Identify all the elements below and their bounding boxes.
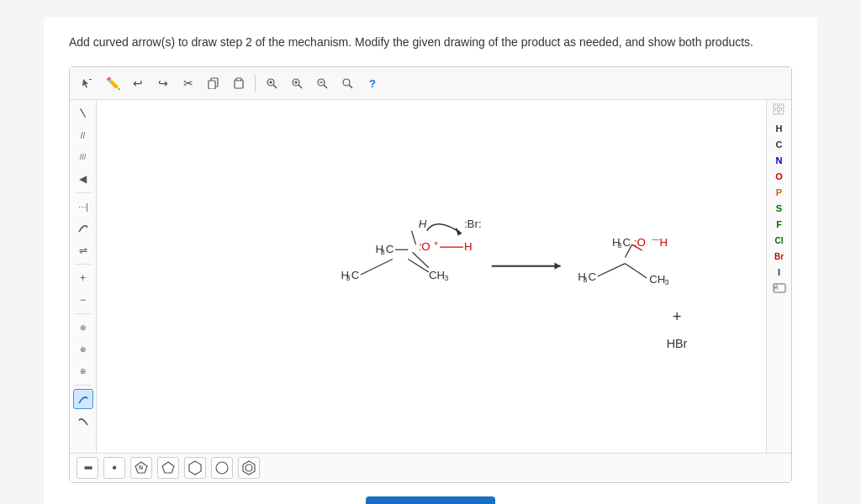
canvas-area[interactable]: H :O + H H 3 C — [97, 100, 766, 453]
select-tool-btn[interactable] — [77, 72, 98, 94]
editor-wrapper: ✏️ ↩ ↪ ✂ ? — [69, 66, 792, 483]
minus-charge-tool[interactable]: − — [73, 290, 93, 310]
svg-rect-4 — [236, 78, 241, 81]
zoom-in-btn[interactable] — [286, 72, 308, 94]
charge-2-tool[interactable]: ⊕ — [73, 339, 93, 360]
svg-marker-58 — [456, 228, 462, 236]
svg-rect-0 — [89, 79, 92, 80]
svg-rect-62 — [779, 104, 784, 108]
element-C-btn[interactable]: C — [769, 137, 790, 152]
zoom-out-btn[interactable] — [311, 72, 333, 94]
dot-tool-btn[interactable]: • — [103, 457, 125, 479]
paste-btn[interactable] — [228, 72, 250, 94]
toolbar: ✏️ ↩ ↪ ✂ ? — [70, 67, 791, 100]
element-S-btn[interactable]: S — [769, 201, 790, 216]
copy-btn[interactable] — [203, 72, 224, 94]
element-H-btn[interactable]: H — [769, 121, 790, 136]
circle-btn[interactable] — [211, 457, 233, 479]
svg-point-72 — [216, 462, 228, 474]
resonance-arrow-tool[interactable]: ⇌ — [73, 240, 93, 260]
plus-charge-tool[interactable]: + — [73, 268, 93, 288]
svg-rect-64 — [779, 110, 784, 114]
tool-sep4 — [75, 385, 92, 386]
element-I-btn[interactable]: I — [769, 265, 790, 280]
element-F-btn[interactable]: F — [769, 217, 790, 232]
svg-line-36 — [408, 260, 429, 272]
svg-rect-63 — [774, 110, 778, 114]
right-elements-panel: H C N O P S F Cl Br I [ ] — [766, 100, 791, 453]
toolbar-sep1 — [255, 75, 256, 92]
svg-text:H: H — [464, 240, 473, 253]
svg-text:+: + — [673, 307, 682, 325]
left-tools-panel: / // /// ◀ ⋯| ⇌ + − ⊕ ⊕ ⊕ — [70, 100, 97, 453]
svg-text:..: .. — [420, 239, 425, 246]
svg-marker-40 — [554, 263, 560, 270]
hexagon-btn[interactable] — [184, 457, 206, 479]
chemistry-canvas: H :O + H H 3 C — [97, 100, 766, 453]
pentagon-btn[interactable] — [157, 457, 179, 479]
tool-sep3 — [75, 313, 92, 314]
svg-line-17 — [349, 85, 352, 88]
double-arrow-tool[interactable]: // — [73, 125, 93, 145]
svg-line-14 — [324, 85, 327, 88]
save-close-button[interactable]: Save and Close — [366, 496, 495, 504]
element-O-btn[interactable]: O — [769, 169, 790, 184]
cyclopentane-n-btn[interactable]: N — [130, 457, 152, 479]
svg-text:3: 3 — [617, 241, 621, 249]
element-Cl-btn[interactable]: Cl — [769, 233, 790, 248]
svg-text:3: 3 — [381, 248, 385, 256]
circle-ring-btn[interactable] — [238, 457, 260, 479]
svg-line-10 — [298, 85, 302, 88]
svg-text:HBr: HBr — [667, 337, 688, 350]
svg-point-16 — [343, 79, 350, 86]
element-Br-btn[interactable]: Br — [769, 249, 790, 264]
svg-text:3: 3 — [583, 276, 587, 284]
svg-text:CH: CH — [649, 273, 665, 286]
page-container: Add curved arrow(s) to draw step 2 of th… — [44, 17, 817, 504]
redo-btn[interactable]: ↪ — [152, 72, 174, 94]
dash-bond-tool[interactable]: ⋯| — [73, 197, 93, 217]
dots-tool-btn[interactable]: ••• — [77, 457, 98, 479]
cut-btn[interactable]: ✂ — [177, 72, 199, 94]
svg-line-53 — [625, 264, 647, 278]
curved-arrow-active-tool[interactable] — [73, 389, 93, 409]
element-P-btn[interactable]: P — [769, 185, 790, 200]
save-btn-container: Save and Close — [69, 496, 792, 504]
charge-1-tool[interactable]: ⊕ — [73, 318, 93, 338]
editor-main: / // /// ◀ ⋯| ⇌ + − ⊕ ⊕ ⊕ — [70, 100, 791, 453]
svg-marker-71 — [189, 461, 201, 475]
svg-rect-2 — [209, 81, 215, 89]
svg-marker-70 — [162, 462, 174, 473]
svg-line-6 — [273, 85, 277, 88]
svg-text:C: C — [588, 270, 596, 283]
triple-arrow-tool[interactable]: /// — [73, 147, 93, 167]
draw-tool-btn[interactable]: ✏️ — [102, 72, 124, 94]
undo-btn[interactable]: ↩ — [127, 72, 149, 94]
curved-arrow-tool[interactable] — [73, 218, 93, 239]
svg-line-35 — [361, 260, 393, 275]
single-arrow-tool[interactable]: / — [69, 99, 98, 128]
svg-text:C: C — [351, 269, 360, 281]
tool-sep1 — [75, 192, 92, 193]
svg-line-30 — [411, 231, 415, 244]
svg-marker-73 — [243, 461, 255, 475]
svg-text:3: 3 — [665, 278, 669, 286]
svg-rect-61 — [774, 104, 778, 108]
svg-text:C: C — [622, 236, 631, 249]
curved-arrow-2-tool[interactable] — [73, 411, 93, 431]
svg-text:N: N — [139, 465, 143, 470]
svg-text:CH: CH — [429, 269, 445, 281]
element-N-btn[interactable]: N — [769, 153, 790, 168]
wedge-tool[interactable]: ◀ — [73, 169, 93, 189]
svg-text:[ ]: [ ] — [774, 286, 778, 290]
zoom-fit-btn[interactable] — [261, 72, 283, 94]
svg-text:H: H — [659, 236, 668, 249]
svg-text:H: H — [419, 218, 427, 230]
zoom-actual-btn[interactable] — [336, 72, 358, 94]
grid-icon — [773, 103, 786, 118]
charge-3-tool[interactable]: ⊕ — [73, 361, 93, 381]
svg-text:3: 3 — [346, 274, 351, 282]
periodic-table-btn[interactable]: [ ] — [769, 281, 790, 296]
help-btn[interactable]: ? — [362, 72, 383, 94]
instructions-text: Add curved arrow(s) to draw step 2 of th… — [69, 34, 792, 51]
